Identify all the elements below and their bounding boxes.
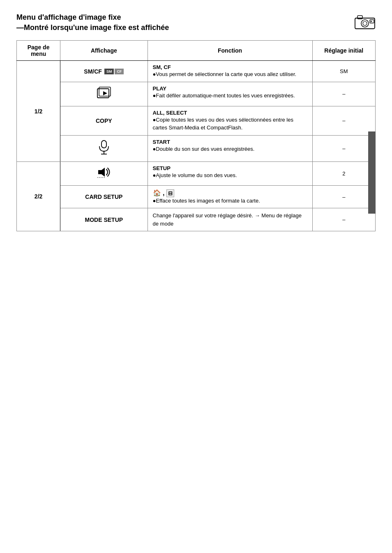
initial-cell-cardsetup: –: [312, 185, 375, 208]
func-body: ●Vous permet de sélectionner la carte qu…: [153, 70, 307, 78]
initial-cell-play: –: [312, 82, 375, 106]
function-cell-play: PLAY ●Fait défiler automatique-ment tout…: [148, 82, 312, 106]
display-cell-mic: [60, 135, 148, 161]
svg-rect-9: [101, 141, 106, 148]
display-cell-speaker: [60, 161, 148, 185]
svg-marker-12: [98, 168, 105, 177]
col-header-initial: Réglage initial: [312, 41, 375, 61]
function-cell-setup: SETUP ●Ajuste le volume du son des vues.: [148, 161, 312, 185]
func-body: ●Fait défiler automatique-ment toutes le…: [153, 92, 307, 100]
func-body: ●Ajuste le volume du son des vues.: [153, 171, 307, 180]
func-title: PLAY: [153, 85, 307, 92]
cardsetup-label: CARD SETUP: [85, 194, 122, 200]
table-row: 1/2 SM/CF SMCF SM, CF ●Vous permet de sé…: [17, 61, 376, 82]
mic-icon: [97, 139, 111, 158]
copy-label: COPY: [96, 118, 112, 124]
page-cell-1: 1/2: [17, 61, 60, 162]
initial-cell-smcf: SM: [312, 61, 375, 82]
display-cell-smcf: SM/CF SMCF: [60, 61, 148, 82]
func-body: ●Efface toutes les images et formate la …: [153, 197, 307, 205]
svg-marker-8: [103, 91, 107, 95]
smcf-label: SM/CF: [84, 68, 102, 75]
table-row: PLAY ●Fait défiler automatique-ment tout…: [17, 82, 376, 106]
initial-cell-start: –: [312, 135, 375, 161]
function-cell-start: START ●Double du son sur des vues enregi…: [148, 135, 312, 161]
display-cell-copy: COPY: [60, 106, 148, 135]
function-cell-modesetup: Change l'appareil sur votre réglage dési…: [148, 208, 312, 231]
page-header: Menu d'affichage d'image fixe —Montré lo…: [16, 12, 376, 33]
display-cell-cardsetup: CARD SETUP: [60, 185, 148, 208]
table-row: START ●Double du son sur des vues enregi…: [17, 135, 376, 161]
func-body: ●Copie toutes les vues ou des vues sélec…: [153, 116, 307, 132]
col-header-display: Affichage: [60, 41, 148, 61]
func-body: Change l'appareil sur votre réglage dési…: [153, 212, 307, 228]
col-header-function: Fonction: [148, 41, 312, 61]
display-cell-play: [60, 82, 148, 106]
page-cell-2: 2/2: [17, 161, 60, 231]
table-row: CARD SETUP 🏠 , ⊟ ●Efface toutes les imag…: [17, 185, 376, 208]
func-title: START: [153, 139, 307, 145]
func-body: ●Double du son sur des vues enregistrées…: [153, 145, 307, 153]
speaker-icon: [96, 165, 112, 182]
svg-point-1: [361, 20, 369, 27]
menu-table: Page de menu Affichage Fonction Réglage …: [16, 40, 376, 231]
cf-badge: CF: [115, 69, 124, 74]
table-row: 2/2 SETUP: [17, 161, 376, 185]
play-icon: [96, 85, 112, 103]
modesetup-label: MODE SETUP: [85, 217, 123, 223]
function-cell-copy: ALL, SELECT ●Copie toutes les vues ou de…: [148, 106, 312, 135]
display-cell-modesetup: MODE SETUP: [60, 208, 148, 231]
initial-cell-setup: 2: [312, 161, 375, 185]
function-cell-smcf: SM, CF ●Vous permet de sélectionner la c…: [148, 61, 312, 82]
sm-badge: SM: [104, 69, 114, 74]
function-cell-cardsetup: 🏠 , ⊟ ●Efface toutes les images et forma…: [148, 185, 312, 208]
table-row: COPY ALL, SELECT ●Copie toutes les vues …: [17, 106, 376, 135]
func-title: SETUP: [153, 165, 307, 171]
page-title: Menu d'affichage d'image fixe —Montré lo…: [16, 12, 169, 33]
svg-marker-5: [371, 21, 372, 22]
func-title: 🏠 , ⊟: [153, 189, 307, 197]
table-row: MODE SETUP Change l'appareil sur votre r…: [17, 208, 376, 231]
initial-cell-modesetup: –: [312, 208, 375, 231]
initial-cell-copy: –: [312, 106, 375, 135]
svg-point-2: [363, 21, 367, 25]
func-title: ALL, SELECT: [153, 110, 307, 116]
camera-icon: [354, 14, 376, 32]
col-header-page: Page de menu: [17, 41, 60, 61]
func-title: SM, CF: [153, 64, 307, 70]
